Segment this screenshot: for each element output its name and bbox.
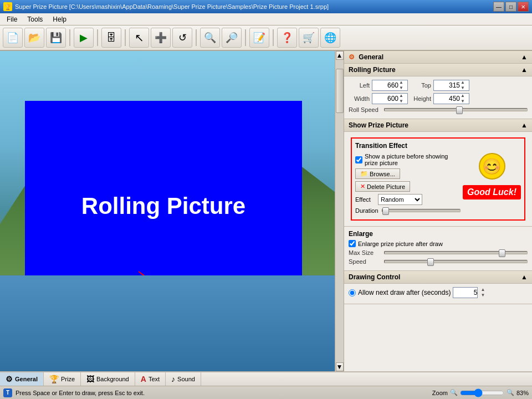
seconds-down-arrow[interactable]: ▼: [480, 293, 485, 298]
maximize-button[interactable]: □: [505, 2, 516, 12]
left-input[interactable]: [374, 81, 398, 89]
menu-tools[interactable]: Tools: [23, 14, 47, 24]
show-picture-checkbox[interactable]: [355, 156, 362, 163]
background-tab-icon: 🖼: [86, 375, 94, 383]
max-size-thumb[interactable]: [499, 249, 505, 257]
height-label: Height: [410, 95, 431, 102]
text-tab[interactable]: A Text: [135, 372, 166, 386]
zoom-button[interactable]: 🔎: [222, 28, 242, 48]
cart-button[interactable]: 🛒: [299, 28, 319, 48]
left-down-arrow[interactable]: ▼: [399, 85, 403, 91]
show-prize-header[interactable]: Show Prize Picture ▲: [344, 119, 532, 132]
width-down-arrow[interactable]: ▼: [399, 99, 403, 104]
help-button[interactable]: ❓: [277, 28, 297, 48]
height-input[interactable]: [435, 95, 460, 103]
vscroll-thumb[interactable]: [336, 69, 344, 113]
enlarge-speed-row: Speed: [349, 258, 528, 265]
top-up-arrow[interactable]: ▲: [461, 80, 465, 85]
toolbar-sep-1: [69, 29, 70, 46]
menu-help[interactable]: Help: [48, 14, 71, 24]
zoom-slider[interactable]: [460, 388, 504, 397]
width-input[interactable]: [374, 95, 398, 103]
browse-button[interactable]: 📁 Browse...: [355, 168, 400, 179]
top-down-arrow[interactable]: ▼: [461, 85, 465, 91]
roll-speed-thumb[interactable]: [456, 106, 463, 114]
general-tab[interactable]: ⚙ General: [0, 372, 44, 386]
undo-button[interactable]: ↺: [172, 28, 192, 48]
allow-next-draw-radio[interactable]: [349, 289, 356, 296]
rolling-picture-section: Rolling Picture ▲ Left ▲ ▼ Top: [344, 64, 532, 119]
vscroll-up-btn[interactable]: ▲: [336, 51, 344, 60]
delete-icon: ✕: [360, 183, 365, 190]
max-size-label: Max Size: [349, 249, 381, 256]
zoom-plus-icon[interactable]: 🔍: [507, 389, 514, 396]
database-button[interactable]: 🗄: [101, 28, 121, 48]
width-spinbox[interactable]: ▲ ▼: [372, 93, 408, 104]
drawing-control-title: Drawing Control: [349, 273, 400, 281]
height-down-arrow[interactable]: ▼: [461, 99, 465, 104]
canvas-area: Rolling Picture Transition Effect ◀ ▶: [0, 51, 335, 371]
delete-picture-button[interactable]: ✕ Delete Picture: [355, 181, 410, 192]
duration-track[interactable]: [382, 209, 461, 212]
zoom-value: 83%: [516, 390, 529, 396]
folder-icon: 📁: [360, 170, 368, 177]
sound-tab[interactable]: ♪ Sound: [166, 372, 201, 386]
vscroll-down-btn[interactable]: ▼: [336, 362, 344, 371]
background-tab[interactable]: 🖼 Background: [81, 372, 135, 386]
toolbar-sep-5: [245, 29, 246, 46]
minimize-button[interactable]: —: [493, 2, 504, 12]
prize-tab[interactable]: 🏆 Prize: [44, 372, 81, 386]
close-button[interactable]: ✕: [518, 2, 529, 12]
gear-icon: ⚙: [349, 53, 355, 61]
general-panel-header[interactable]: ⚙ General ▲: [344, 51, 532, 64]
save-button[interactable]: 💾: [46, 28, 66, 48]
width-label: Width: [349, 95, 370, 102]
show-picture-checkbox-row: Show a picture before showing prize pict…: [355, 153, 461, 166]
drawing-control-header[interactable]: Drawing Control ▲: [344, 271, 532, 284]
enlarge-speed-track[interactable]: [384, 260, 528, 263]
app-icon: 🏆: [3, 2, 12, 11]
left-up-arrow[interactable]: ▲: [399, 80, 403, 85]
duration-thumb[interactable]: [382, 207, 389, 215]
open-button[interactable]: 📂: [24, 28, 44, 48]
effect-select[interactable]: Random Fade Slide Left: [378, 194, 422, 205]
enlarge-checkbox[interactable]: [349, 240, 356, 247]
enlarge-speed-thumb[interactable]: [427, 258, 434, 266]
top-spinbox[interactable]: ▲ ▼: [433, 80, 469, 91]
roll-speed-track[interactable]: [384, 108, 528, 111]
seconds-up-arrow[interactable]: ▲: [480, 287, 485, 293]
show-picture-label: Show a picture before showing prize pict…: [365, 153, 461, 166]
canvas-background: Rolling Picture Transition Effect: [0, 51, 335, 371]
rolling-picture-box: Rolling Picture: [25, 101, 302, 311]
left-spinbox[interactable]: ▲ ▼: [372, 80, 408, 91]
max-size-track[interactable]: [384, 251, 528, 254]
statusbar: T Press Space or Enter to draw, press Es…: [0, 386, 532, 399]
new-button[interactable]: 📄: [3, 28, 23, 48]
search-button[interactable]: 🔍: [200, 28, 220, 48]
text-button[interactable]: 📝: [249, 28, 269, 48]
zoom-minus-icon[interactable]: 🔍: [450, 389, 458, 396]
pointer-button[interactable]: ↖: [129, 28, 149, 48]
transition-effect-title: Transition Effect: [355, 142, 521, 150]
top-input[interactable]: [435, 81, 460, 89]
toolbar-sep-2: [97, 29, 98, 46]
seconds-input[interactable]: [453, 287, 478, 298]
add-button[interactable]: ➕: [151, 28, 171, 48]
rolling-picture-header[interactable]: Rolling Picture ▲: [344, 64, 532, 76]
globe-button[interactable]: 🌐: [320, 28, 340, 48]
rolling-picture-title: Rolling Picture: [349, 66, 396, 74]
main-area: Rolling Picture Transition Effect ◀ ▶ ▲ …: [0, 51, 532, 371]
height-spinbox[interactable]: ▲ ▼: [433, 93, 469, 104]
general-tab-label: General: [15, 376, 38, 382]
vertical-scrollbar[interactable]: ▲ ▼: [335, 51, 344, 371]
enlarge-speed-label: Speed: [349, 258, 381, 265]
menubar: File Tools Help: [0, 13, 532, 25]
play-button[interactable]: ▶: [74, 28, 94, 48]
width-up-arrow[interactable]: ▲: [399, 93, 403, 99]
height-up-arrow[interactable]: ▲: [461, 93, 465, 99]
menu-file[interactable]: File: [2, 14, 22, 24]
rolling-picture-collapse-icon: ▲: [521, 66, 528, 74]
sound-tab-label: Sound: [177, 376, 195, 382]
show-prize-title: Show Prize Picture: [349, 121, 408, 129]
text-tab-icon: A: [141, 375, 146, 383]
